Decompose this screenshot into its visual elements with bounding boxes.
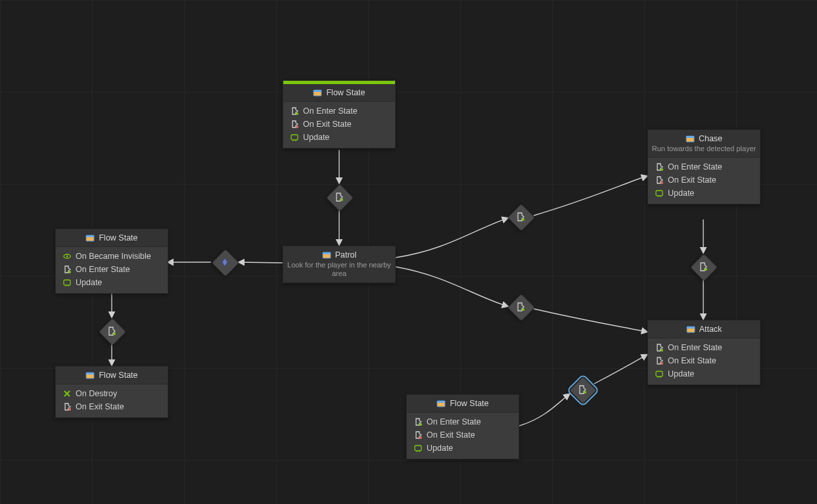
port-label: On Exit State bbox=[427, 430, 475, 440]
port-label: On Enter State bbox=[668, 343, 722, 352]
svg-point-36 bbox=[584, 391, 586, 394]
port[interactable]: Update bbox=[648, 187, 760, 200]
port[interactable]: On Exit State bbox=[648, 173, 760, 187]
port-icon bbox=[413, 430, 423, 440]
node-title: Attack bbox=[699, 325, 722, 334]
port-label: On Enter State bbox=[303, 106, 358, 116]
transition-node[interactable] bbox=[690, 254, 716, 280]
transition-node[interactable] bbox=[212, 249, 238, 275]
transition-node[interactable] bbox=[507, 294, 534, 320]
port-icon bbox=[655, 175, 664, 185]
node-title: Flow State bbox=[99, 233, 137, 242]
node-title: Patrol bbox=[335, 250, 357, 260]
update-icon bbox=[290, 133, 299, 142]
port-icon bbox=[655, 356, 664, 365]
svg-point-9 bbox=[661, 168, 663, 171]
port-icon bbox=[655, 343, 664, 352]
svg-point-33 bbox=[522, 218, 525, 221]
port[interactable]: On Exit State bbox=[283, 118, 395, 131]
transition-node[interactable] bbox=[99, 318, 125, 344]
node-title: Flow State bbox=[326, 88, 365, 97]
svg-rect-22 bbox=[64, 280, 70, 285]
port[interactable]: On Exit State bbox=[407, 428, 519, 442]
port[interactable]: On Exit State bbox=[648, 354, 760, 367]
box-icon bbox=[85, 233, 95, 242]
port-label: On Exit State bbox=[76, 402, 124, 411]
node-chase[interactable]: Chase Run towards the detected player On… bbox=[647, 129, 760, 204]
box-icon bbox=[436, 399, 446, 408]
svg-rect-16 bbox=[656, 371, 663, 377]
port[interactable]: On Exit State bbox=[56, 400, 168, 413]
svg-point-15 bbox=[661, 362, 663, 365]
svg-rect-1 bbox=[314, 90, 321, 92]
port-label: On Exit State bbox=[668, 175, 716, 185]
port-icon bbox=[62, 402, 72, 411]
port-icon bbox=[413, 417, 423, 426]
port[interactable]: Update bbox=[56, 276, 168, 289]
node-flow-state-left-bottom[interactable]: Flow State On Destroy On Exit State bbox=[55, 366, 168, 418]
node-attack[interactable]: Attack On Enter State On Exit State Upda… bbox=[647, 320, 760, 385]
port[interactable]: On Enter State bbox=[648, 341, 760, 354]
port-label: On Became Invisible bbox=[76, 252, 151, 261]
svg-point-29 bbox=[419, 436, 422, 439]
svg-point-14 bbox=[661, 349, 663, 352]
port[interactable]: On Enter State bbox=[283, 104, 395, 118]
port-icon bbox=[290, 120, 299, 129]
svg-rect-4 bbox=[291, 135, 298, 140]
svg-point-2 bbox=[296, 112, 298, 115]
graph-canvas[interactable]: Flow State On Enter State On Exit State … bbox=[0, 0, 817, 504]
port-label: Update bbox=[668, 369, 694, 378]
svg-point-31 bbox=[340, 198, 343, 201]
svg-point-35 bbox=[705, 268, 707, 271]
port[interactable]: On Enter State bbox=[407, 415, 519, 428]
node-title: Flow State bbox=[450, 399, 488, 408]
port[interactable]: On Became Invisible bbox=[56, 250, 168, 263]
port-label: On Exit State bbox=[303, 120, 352, 129]
port-icon bbox=[655, 162, 664, 172]
update-icon bbox=[413, 444, 423, 453]
svg-rect-30 bbox=[415, 446, 421, 451]
port-label: On Enter State bbox=[427, 417, 481, 426]
svg-rect-18 bbox=[86, 235, 94, 237]
box-icon bbox=[322, 250, 331, 260]
port[interactable]: Update bbox=[648, 367, 760, 380]
svg-point-28 bbox=[419, 423, 422, 426]
update-icon bbox=[655, 189, 664, 198]
port-label: Update bbox=[76, 278, 102, 287]
box-icon bbox=[313, 88, 322, 97]
node-subtitle: Run towards the detected player bbox=[651, 145, 757, 153]
svg-rect-8 bbox=[686, 136, 694, 138]
port-label: On Enter State bbox=[668, 162, 722, 172]
port[interactable]: On Enter State bbox=[56, 263, 168, 276]
transition-node[interactable] bbox=[507, 204, 534, 230]
box-icon bbox=[85, 371, 95, 380]
svg-rect-24 bbox=[86, 373, 94, 375]
port[interactable]: Update bbox=[283, 131, 395, 144]
port[interactable]: On Enter State bbox=[648, 160, 760, 173]
port[interactable]: Update bbox=[407, 442, 519, 455]
box-icon bbox=[686, 325, 695, 334]
port-label: Update bbox=[303, 133, 329, 142]
port-label: Update bbox=[668, 189, 694, 198]
svg-point-34 bbox=[522, 308, 525, 311]
node-flow-state-left[interactable]: Flow State On Became Invisible On Enter … bbox=[55, 229, 168, 294]
node-flow-state-start[interactable]: Flow State On Enter State On Exit State … bbox=[283, 80, 396, 149]
update-icon bbox=[62, 278, 72, 287]
node-flow-state-bottom[interactable]: Flow State On Enter State On Exit State … bbox=[406, 394, 519, 459]
node-patrol[interactable]: Patrol Look for the player in the nearby… bbox=[283, 246, 396, 283]
svg-point-21 bbox=[68, 271, 71, 273]
transition-node[interactable] bbox=[326, 184, 352, 210]
port-icon bbox=[62, 265, 72, 274]
box-icon bbox=[686, 134, 695, 143]
svg-point-20 bbox=[66, 256, 68, 258]
svg-rect-6 bbox=[323, 252, 331, 254]
port[interactable]: On Destroy bbox=[56, 387, 168, 400]
node-title: Chase bbox=[699, 134, 722, 143]
transition-node-selected[interactable] bbox=[569, 377, 595, 403]
update-icon bbox=[655, 369, 664, 378]
destroy-icon bbox=[62, 389, 72, 398]
svg-rect-11 bbox=[656, 191, 663, 196]
port-label: On Exit State bbox=[668, 356, 716, 365]
port-label: Update bbox=[427, 444, 453, 453]
port-label: On Enter State bbox=[76, 265, 130, 274]
